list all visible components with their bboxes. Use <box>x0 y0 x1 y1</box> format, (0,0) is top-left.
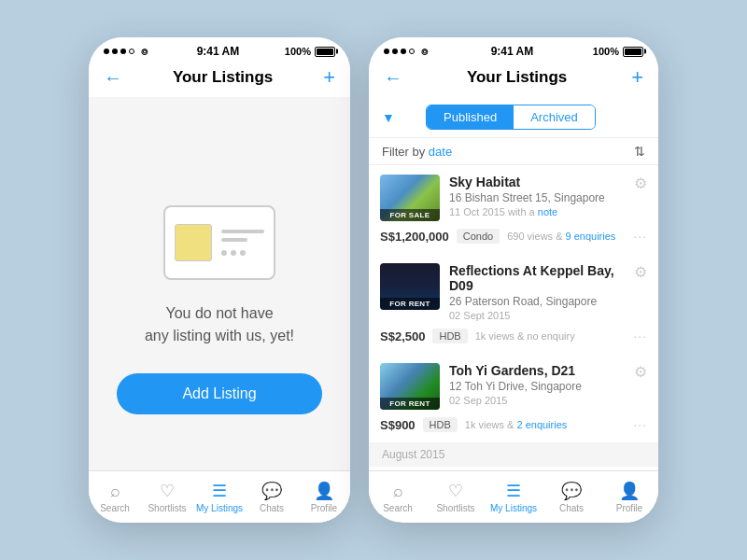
search-icon: ⌕ <box>110 482 120 501</box>
tab-search-left[interactable]: ⌕ Search <box>89 471 141 523</box>
filter-segment-bar: ▼ Published Archived <box>369 97 658 138</box>
listing-item: FOR RENT Reflections At Keppel Bay, D09 … <box>369 254 658 353</box>
status-bar-left: ⌾ 9:41 AM 100% <box>89 37 350 62</box>
filter-by-label: Filter by date <box>382 145 452 159</box>
page-title-left: Your Listings <box>173 68 273 87</box>
battery-right: 100% <box>593 46 643 57</box>
dots-menu[interactable]: ··· <box>633 417 647 432</box>
tab-profile-right[interactable]: 👤 Profile <box>600 471 658 523</box>
listing-item: FOR RENT Toh Yi Gardens, D21 12 Toh Yi D… <box>369 354 658 441</box>
empty-text: You do not have any listing with us, yet… <box>145 302 294 347</box>
empty-state: You do not have any listing with us, yet… <box>89 97 350 523</box>
sale-badge: FOR SALE <box>380 209 440 221</box>
tab-search-right[interactable]: ⌕ Search <box>369 471 427 523</box>
listing-tag: HDB <box>423 417 458 432</box>
filter-date-link[interactable]: date <box>429 145 452 159</box>
gear-icon[interactable]: ⚙ <box>634 363 647 381</box>
segment-archived[interactable]: Archived <box>514 105 595 129</box>
signal-dots-right: ⌾ <box>384 45 431 58</box>
wifi-icon: ⌾ <box>141 45 148 58</box>
battery-icon-right <box>623 47 643 57</box>
listing-address: 12 Toh Yi Drive, Singapore <box>449 380 625 393</box>
note-link[interactable]: note <box>538 206 557 217</box>
listings-scroll[interactable]: FOR SALE Sky Habitat 16 Bishan Street 15… <box>369 165 658 523</box>
signal-dots: ⌾ <box>104 45 151 58</box>
listing-thumb-reflections: FOR RENT <box>380 263 440 310</box>
status-bar-right: ⌾ 9:41 AM 100% <box>369 37 658 62</box>
tab-chats-left[interactable]: 💬 Chats <box>246 471 298 523</box>
listing-price: S$900 <box>380 418 416 432</box>
segment-published[interactable]: Published <box>427 105 514 129</box>
heart-icon-right: ♡ <box>448 481 463 501</box>
chat-icon-right: 💬 <box>561 481 582 501</box>
add-button-left[interactable]: + <box>323 65 335 90</box>
listing-date: 11 Oct 2015 with a note <box>449 206 625 217</box>
listing-tag: Condo <box>457 229 500 244</box>
tab-chats-right[interactable]: 💬 Chats <box>543 471 600 523</box>
add-button-right[interactable]: + <box>631 65 643 90</box>
listing-price: S$2,500 <box>380 329 425 343</box>
add-listing-button[interactable]: Add Listing <box>117 373 322 414</box>
status-time-right: 9:41 AM <box>491 45 534 58</box>
nav-bar-left: ← Your Listings + <box>89 62 350 97</box>
dots-menu[interactable]: ··· <box>633 329 647 343</box>
battery-left: 100% <box>285 46 335 57</box>
profile-icon-right: 👤 <box>619 481 640 501</box>
listing-views: 1k views & no enquiry <box>475 330 627 342</box>
listing-address: 16 Bishan Street 15, Singapore <box>449 191 625 204</box>
listing-thumb-toh: FOR RENT <box>380 363 440 410</box>
listing-title: Toh Yi Gardens, D21 <box>449 363 625 378</box>
back-button-left[interactable]: ← <box>104 67 122 89</box>
listing-title: Reflections At Keppel Bay, D09 <box>449 263 625 293</box>
segment-control: Published Archived <box>426 105 596 130</box>
listing-illustration <box>163 205 275 280</box>
listing-date: 02 Sept 2015 <box>449 310 625 321</box>
wifi-icon-right: ⌾ <box>421 45 428 58</box>
status-time-left: 9:41 AM <box>197 45 240 58</box>
page-title-right: Your Listings <box>467 68 567 87</box>
tab-mylistings-right[interactable]: ☰ My Listings <box>485 471 543 523</box>
tab-bar-right: ⌕ Search ♡ Shortlists ☰ My Listings 💬 Ch… <box>369 470 658 523</box>
nav-bar-right: ← Your Listings + <box>369 62 658 97</box>
enquiries-link[interactable]: 2 enquiries <box>516 419 567 430</box>
enquiries-link[interactable]: 9 enquiries <box>566 231 616 242</box>
tab-profile-left[interactable]: 👤 Profile <box>298 471 350 523</box>
right-phone: ⌾ 9:41 AM 100% ← Your Listings + ▼ <box>369 37 658 523</box>
heart-icon: ♡ <box>160 481 175 501</box>
listing-views: 690 views & 9 enquiries <box>507 231 626 242</box>
profile-icon: 👤 <box>314 481 334 501</box>
listing-item: FOR SALE Sky Habitat 16 Bishan Street 15… <box>369 165 658 253</box>
search-icon-right: ⌕ <box>393 482 403 501</box>
chat-icon: 💬 <box>261 481 282 501</box>
filter-icon[interactable]: ▼ <box>382 110 395 125</box>
sort-icon[interactable]: ⇅ <box>634 144 645 159</box>
gear-icon[interactable]: ⚙ <box>634 263 647 281</box>
dots-menu[interactable]: ··· <box>633 229 647 244</box>
list-icon-right: ☰ <box>506 481 521 501</box>
listing-date: 02 Sep 2015 <box>449 395 625 406</box>
tab-bar-left: ⌕ Search ♡ Shortlists ☰ My Listings 💬 Ch… <box>89 470 350 523</box>
listing-tag: HDB <box>432 329 467 343</box>
back-button-right[interactable]: ← <box>384 67 402 89</box>
listing-address: 26 Paterson Road, Singapore <box>449 295 625 308</box>
tab-mylistings-left[interactable]: ☰ My Listings <box>193 471 246 523</box>
battery-icon <box>315 47 335 57</box>
listing-thumb-sky: FOR SALE <box>380 175 440 221</box>
listing-price: S$1,200,000 <box>380 230 449 244</box>
tab-shortlists-left[interactable]: ♡ Shortlists <box>141 471 193 523</box>
filter-date-row: Filter by date ⇅ <box>369 138 658 165</box>
listing-views: 1k views & 2 enquiries <box>465 419 627 430</box>
listing-title: Sky Habitat <box>449 175 625 189</box>
tab-shortlists-right[interactable]: ♡ Shortlists <box>427 471 485 523</box>
section-header-august: August 2015 <box>369 442 658 467</box>
sale-badge: FOR RENT <box>380 398 440 410</box>
illus-thumbnail <box>175 224 212 261</box>
left-phone: ⌾ 9:41 AM 100% ← Your Listings + <box>89 37 350 523</box>
gear-icon[interactable]: ⚙ <box>634 175 647 192</box>
list-icon: ☰ <box>212 481 227 501</box>
sale-badge: FOR RENT <box>380 298 440 310</box>
